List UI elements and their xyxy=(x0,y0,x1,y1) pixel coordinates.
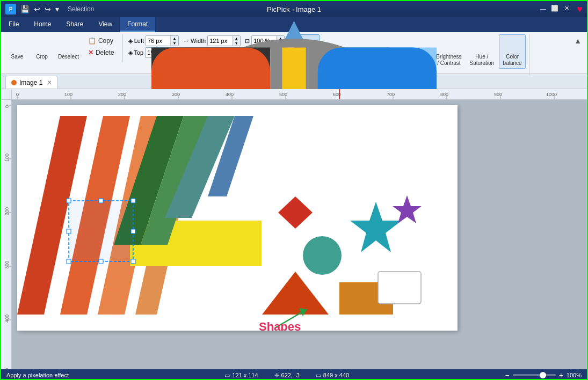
handle-tm[interactable] xyxy=(99,199,103,203)
selection-rect xyxy=(69,201,133,261)
svg-text:0: 0 xyxy=(16,92,19,97)
shape-teal-star xyxy=(350,202,402,252)
effects-buttons: Pixelate Blur Sharpen xyxy=(294,34,526,69)
handle-bm[interactable] xyxy=(99,259,103,264)
svg-text:0: 0 xyxy=(4,105,10,108)
svg-text:600: 600 xyxy=(333,92,341,97)
zoom-thumb xyxy=(540,372,546,378)
zoom-slider[interactable] xyxy=(513,374,556,376)
handle-mr[interactable] xyxy=(131,229,135,233)
v-ruler: 0 100 200 300 400 500 xyxy=(1,100,12,369)
shape-white-rect xyxy=(378,272,421,304)
shape-teal-circle xyxy=(303,236,342,275)
svg-text:500: 500 xyxy=(4,368,10,369)
ribbon: Save Crop Deselect 📋 xyxy=(1,32,587,74)
svg-text:200: 200 xyxy=(4,207,10,215)
handle-ml[interactable] xyxy=(67,229,71,233)
canvas: Shapes LINE Hello world. Curved Arrow wi… xyxy=(17,105,458,331)
handle-bl[interactable] xyxy=(67,259,71,264)
svg-text:300: 300 xyxy=(4,261,10,269)
shapes-text: Shapes xyxy=(259,320,301,331)
h-ruler: 0 100 200 300 400 500 600 700 800 900 xyxy=(12,89,587,100)
svg-text:700: 700 xyxy=(387,92,395,97)
v-ruler-svg: 0 100 200 300 400 500 xyxy=(1,100,11,369)
svg-text:400: 400 xyxy=(4,315,10,323)
svg-text:400: 400 xyxy=(226,92,234,97)
svg-text:100: 100 xyxy=(64,92,72,97)
svg-text:500: 500 xyxy=(279,92,287,97)
handle-br[interactable] xyxy=(131,259,135,264)
content-row: 0 100 200 300 400 500 xyxy=(1,100,587,369)
handle-tr[interactable] xyxy=(131,199,135,203)
effects-group: Pixelate Blur Sharpen xyxy=(291,34,529,76)
svg-text:1000: 1000 xyxy=(546,92,557,97)
handle-tl[interactable] xyxy=(67,199,71,203)
ruler-row: 0 100 200 300 400 500 600 700 800 900 xyxy=(1,89,587,100)
canvas-svg: Shapes LINE Hello world. Curved Arrow wi… xyxy=(17,105,458,331)
svg-text:200: 200 xyxy=(118,92,126,97)
shape-purple-star xyxy=(393,195,422,223)
svg-text:300: 300 xyxy=(172,92,180,97)
color-balance-button[interactable]: Colorbalance xyxy=(499,34,526,69)
svg-text:900: 900 xyxy=(494,92,502,97)
svg-text:100: 100 xyxy=(4,154,10,162)
h-ruler-svg: 0 100 200 300 400 500 600 700 800 900 xyxy=(12,89,587,99)
color-balance-icon xyxy=(504,36,521,54)
main-area: 0 100 200 300 400 500 600 700 800 900 xyxy=(1,89,587,369)
svg-text:800: 800 xyxy=(440,92,448,97)
ribbon-content: Save Crop Deselect 📋 xyxy=(1,32,587,78)
shape-red-diamond xyxy=(278,196,313,229)
shape-red-triangle xyxy=(262,272,329,315)
canvas-scroll: Shapes LINE Hello world. Curved Arrow wi… xyxy=(12,100,587,369)
